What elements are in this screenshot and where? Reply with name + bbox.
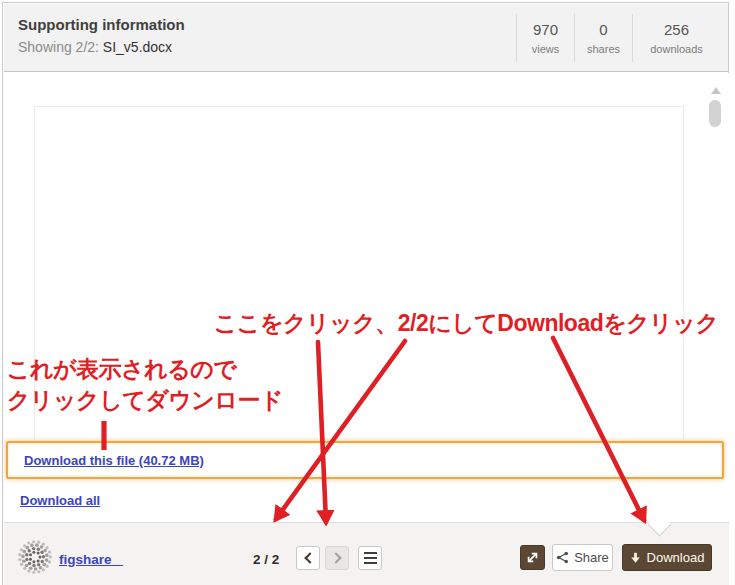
next-page-button[interactable] (325, 546, 349, 570)
download-this-file-item[interactable]: Download this file (40.72 MB) (6, 441, 724, 479)
stat-views: 970 views (516, 14, 574, 62)
chevron-left-icon (304, 552, 315, 563)
download-this-file-link[interactable]: Download this file (40.72 MB) (24, 453, 204, 468)
hamburger-icon (364, 552, 377, 555)
chevron-right-icon (330, 552, 341, 563)
page-indicator: 2 / 2 (253, 552, 279, 567)
previous-page-button[interactable] (296, 546, 320, 570)
download-arrow-icon (630, 552, 641, 564)
scroll-up-arrow-icon[interactable] (711, 87, 721, 94)
document-page (34, 106, 684, 446)
download-button[interactable]: Download (622, 544, 712, 571)
file-list-menu-button[interactable] (358, 546, 382, 570)
stats-bar: 970 views 0 shares 256 downloads (516, 14, 720, 62)
shares-label: shares (587, 43, 620, 55)
bottom-toolbar: figshare _ 2 / 2 (4, 522, 729, 585)
viewer-header: Supporting information Showing 2/2: SI_v… (4, 4, 728, 72)
shares-count: 0 (599, 21, 607, 39)
download-label: Download (647, 550, 705, 565)
fullscreen-button[interactable] (520, 545, 545, 570)
share-button[interactable]: Share (552, 544, 613, 571)
views-count: 970 (533, 21, 558, 39)
share-label: Share (574, 550, 609, 565)
downloads-label: downloads (650, 43, 703, 55)
document-viewer-area: Download this file (40.72 MB) Download a… (4, 73, 729, 585)
scrollbar-thumb[interactable] (709, 100, 721, 127)
showing-prefix: Showing 2/2: (18, 39, 103, 55)
viewer-widget-frame: Supporting information Showing 2/2: SI_v… (2, 2, 729, 585)
expand-icon (526, 551, 539, 564)
figshare-viewer: Supporting information Showing 2/2: SI_v… (0, 0, 735, 585)
download-all-item[interactable]: Download all (4, 479, 729, 521)
current-filename: SI_v5.docx (103, 39, 172, 55)
download-all-link[interactable]: Download all (20, 493, 100, 508)
views-label: views (532, 43, 560, 55)
downloads-count: 256 (664, 21, 689, 39)
download-menu: Download this file (40.72 MB) Download a… (4, 439, 729, 521)
stat-downloads: 256 downloads (632, 14, 720, 62)
showing-subtitle: Showing 2/2: SI_v5.docx (18, 39, 172, 55)
figshare-spiral-logo (17, 539, 53, 575)
publisher-link[interactable]: figshare _ (59, 552, 123, 567)
stat-shares: 0 shares (574, 14, 632, 62)
share-icon (556, 551, 569, 564)
page-title: Supporting information (18, 16, 185, 33)
